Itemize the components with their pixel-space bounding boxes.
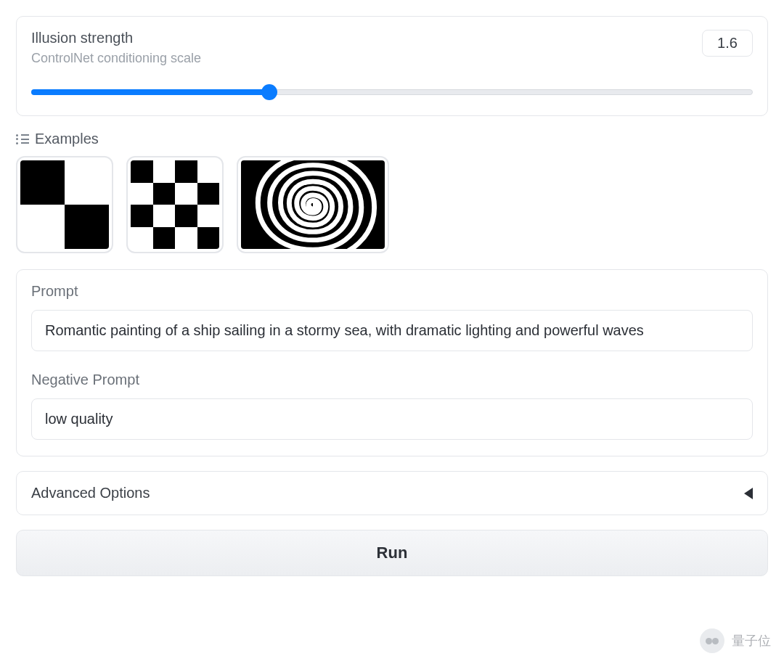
negative-prompt-input[interactable]: [31, 398, 753, 440]
slider-fill: [31, 89, 269, 95]
advanced-options-label: Advanced Options: [31, 485, 150, 501]
prompt-card: Prompt Negative Prompt: [16, 269, 768, 456]
chevron-left-icon: [744, 488, 753, 499]
illusion-strength-slider[interactable]: [31, 85, 753, 99]
list-icon: [16, 134, 29, 144]
examples-title: Examples: [35, 131, 99, 147]
example-spiral[interactable]: [237, 156, 389, 253]
slider-sublabel: ControlNet conditioning scale: [31, 51, 201, 66]
slider-value[interactable]: 1.6: [702, 30, 753, 57]
run-button[interactable]: Run: [16, 530, 768, 576]
illusion-strength-card: Illusion strength ControlNet conditionin…: [16, 16, 768, 116]
slider-titles: Illusion strength ControlNet conditionin…: [31, 30, 201, 66]
example-checker-4x4[interactable]: [126, 156, 224, 253]
example-checker-2x2[interactable]: [16, 156, 113, 253]
slider-thumb[interactable]: [261, 84, 277, 100]
prompt-input[interactable]: [31, 310, 753, 351]
negative-prompt-label: Negative Prompt: [31, 372, 753, 388]
slider-header: Illusion strength ControlNet conditionin…: [31, 30, 753, 66]
slider-label: Illusion strength: [31, 30, 201, 46]
examples-row: [16, 156, 768, 253]
prompt-label: Prompt: [31, 283, 753, 300]
advanced-options-toggle[interactable]: Advanced Options: [16, 471, 768, 515]
spiral-icon: [241, 160, 385, 249]
examples-header: Examples: [16, 131, 768, 147]
